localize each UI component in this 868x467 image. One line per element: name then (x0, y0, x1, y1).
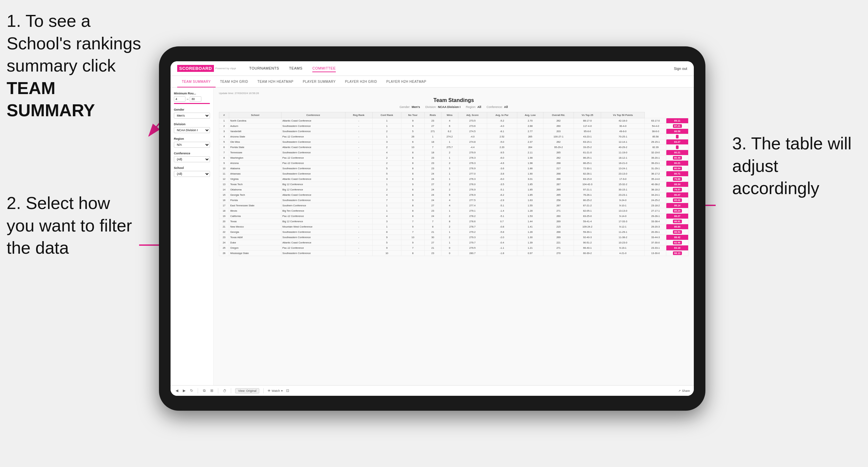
tab-player-summary[interactable]: PLAYER SUMMARY (298, 76, 340, 88)
table-row[interactable]: 22GeorgiaSoutheastern Conference-8721127… (219, 229, 688, 235)
filter-school-select[interactable]: (All) (174, 171, 210, 177)
logo-area: SCOREBOARD Powered by clippi (177, 65, 236, 72)
col-vs-top25: Vs Top 25 (574, 112, 601, 118)
col-conference: Conference (281, 112, 345, 118)
nav-item-teams[interactable]: TEAMS (289, 65, 302, 72)
bottom-toolbar: ◀ ▶ ↻ ⧉ ⊞ ⏱ View: Original 👁 Watch ▾ ⊡ ↗… (170, 385, 694, 396)
filter-rank-to[interactable] (190, 96, 202, 102)
table-row[interactable]: 21New MexicoMountain West Conference-198… (219, 224, 688, 229)
filter-group-gender: Gender Men's (174, 108, 210, 119)
table-row[interactable]: 6Florida StateAtlantic Coast Conference-… (219, 145, 688, 150)
tab-team-h2h-heatmap[interactable]: TEAM H2H HEATMAP (253, 76, 298, 88)
table-row[interactable]: 3VanderbiltSoutheastern Conference-25271… (219, 129, 688, 134)
filter-rank-control: – (174, 96, 210, 102)
toolbar-back-icon[interactable]: ◀ (175, 388, 179, 393)
filter-rank-slider[interactable] (174, 103, 210, 104)
tab-player-h2h-grid[interactable]: PLAYER H2H GRID (340, 76, 382, 88)
col-adj-score: Adj. Score (458, 112, 487, 118)
table-row[interactable]: 20TexasBig 12 Conference-3778278.60.71.4… (219, 219, 688, 224)
filter-rank-from[interactable] (174, 96, 185, 102)
filter-group-region: Region N/A (174, 137, 210, 148)
filter-group-division: Division NCAA Division I (174, 123, 210, 133)
col-avg-par: Avg. to Par (487, 112, 517, 118)
table-row[interactable]: 10AlabamaSoutheastern Conference-5823327… (219, 166, 688, 171)
instruction-step1-bold: TEAM SUMMARY (7, 79, 95, 120)
tab-team-summary[interactable]: TEAM SUMMARY (177, 76, 216, 88)
tablet-frame: SCOREBOARD Powered by clippi TOURNAMENTS… (159, 46, 705, 411)
table-row[interactable]: 25OregonPac-12 Conference-97210279.5-1.1… (219, 245, 688, 251)
table-row[interactable]: 17East Tennessee StateSouthern Conferenc… (219, 203, 688, 208)
toolbar-forward-icon[interactable]: ▶ (182, 388, 186, 393)
sign-out-link[interactable]: Sign out (674, 67, 687, 70)
table-row[interactable]: 14OklahomaBig 12 Conference-28242276.9-5… (219, 187, 688, 192)
app-nav: SCOREBOARD Powered by clippi TOURNAMENTS… (170, 61, 694, 76)
logo-text: SCOREBOARD (177, 65, 214, 72)
col-rank: # (219, 112, 229, 118)
toolbar-separator-4 (263, 388, 264, 394)
filter-region-select[interactable]: N/A (174, 142, 210, 148)
col-school: School (229, 112, 281, 118)
table-row[interactable]: 7TennesseeSoutheastern Conference-481822… (219, 150, 688, 155)
filter-gender-label: Gender (174, 108, 210, 111)
filter-group-school: School (All) (174, 166, 210, 177)
table-row[interactable]: 4Arizona StatePac-12 Conference-1261274.… (219, 134, 688, 139)
table-row[interactable]: 16FloridaSoutheastern Conference-7924427… (219, 198, 688, 203)
toolbar-refresh-icon[interactable]: ↻ (189, 388, 194, 393)
table-filter-region: Region: All (466, 105, 481, 108)
toolbar-grid-icon[interactable]: ⊞ (209, 388, 214, 393)
view-original-button[interactable]: View: Original (235, 388, 259, 394)
share-icon: ↗ (678, 389, 681, 393)
tab-player-h2h-heatmap[interactable]: PLAYER H2H HEATMAP (382, 76, 431, 88)
table-row[interactable]: 5Ole MissSoutheastern Conference-3618127… (219, 139, 688, 145)
col-avg-low: Avg. Low (517, 112, 543, 118)
nav-item-committee[interactable]: COMMITTEE (312, 65, 336, 72)
share-button[interactable]: ↗ Share (678, 389, 690, 393)
col-vs-top50: Vs Top 50 Points (601, 112, 645, 118)
table-row[interactable]: 2AuburnSoutheastern Conference-19276273.… (219, 124, 688, 129)
eye-icon: 👁 (268, 389, 271, 393)
filter-region-label: Region (174, 137, 210, 141)
table-row[interactable]: 24DukeAtlantic Coast Conference-59271279… (219, 240, 688, 245)
nav-items: TOURNAMENTS TEAMS COMMITTEE (249, 65, 674, 72)
table-filters-row: Gender: Men's Division: NCAA Division I … (219, 105, 688, 108)
table-row[interactable]: 26Mississippi StateSoutheastern Conferen… (219, 251, 688, 256)
watch-button[interactable]: 👁 Watch ▾ (268, 389, 282, 393)
filter-school-label: School (174, 166, 210, 169)
table-filter-division: Division: NCAA Division I (425, 105, 460, 108)
watch-dropdown-icon: ▾ (281, 389, 283, 393)
sidebar: Minimum Rou... – Gender Men's Divisio (170, 88, 214, 385)
col-no-tour: No Tour (401, 112, 424, 118)
table-row[interactable]: 13Texas TechBig 12 Conference-19272276.0… (219, 182, 688, 187)
table-row[interactable]: 15Georgia TechAtlantic Coast Conference-… (219, 192, 688, 198)
toolbar-separator-3 (231, 388, 231, 394)
table-row[interactable]: 1North CarolinaAtlantic Coast Conference… (219, 118, 688, 124)
standings-table: # School Conference Reg Rank Conf Rank N… (219, 112, 688, 256)
table-row[interactable]: 18IllinoisBig Ten Conference-18231279.1-… (219, 208, 688, 214)
table-row[interactable]: 12VirginiaAtlantic Coast Conference-3824… (219, 177, 688, 182)
table-row[interactable]: 8WashingtonPac-12 Conference-28231276.3-… (219, 155, 688, 161)
toolbar-separator-1 (198, 388, 198, 394)
table-filter-conference: Conference: All (487, 105, 508, 108)
filter-division-select[interactable]: NCAA Division I (174, 127, 210, 133)
toolbar-more-icon[interactable]: ⊡ (285, 388, 290, 393)
col-overall: Overall Rd. (543, 112, 574, 118)
instruction-step3: 3. The table will adjust accordingly (732, 132, 858, 200)
tab-team-h2h-grid[interactable]: TEAM H2H GRID (216, 76, 253, 88)
table-row[interactable]: 11ArkansasSoutheastern Conference-582412… (219, 171, 688, 177)
sub-nav: TEAM SUMMARY TEAM H2H GRID TEAM H2H HEAT… (170, 76, 694, 88)
col-conf-rank: Conf Rank (372, 112, 401, 118)
toolbar-copy-icon[interactable]: ⧉ (202, 388, 207, 393)
col-wins: Wins (441, 112, 458, 118)
update-time: Update time: 27/03/2024 16:56:26 (219, 92, 688, 95)
filter-rank-label: Minimum Rou... (174, 92, 210, 95)
filter-group-rank: Minimum Rou... – (174, 92, 210, 104)
filter-conference-select[interactable]: (All) (174, 156, 210, 162)
table-row[interactable]: 23Texas A&MSoutheastern Conference-91030… (219, 235, 688, 240)
toolbar-clock-icon[interactable]: ⏱ (222, 388, 227, 393)
table-row[interactable]: 9ArizonaPac-12 Conference-28232276.3-4.6… (219, 161, 688, 166)
filter-gender-select[interactable]: Men's (174, 113, 210, 119)
table-row[interactable]: 19CaliforniaPac-12 Conference-48242278.2… (219, 214, 688, 219)
table-title: Team Standings (219, 97, 688, 103)
nav-item-tournaments[interactable]: TOURNAMENTS (249, 65, 279, 72)
filter-group-conference: Conference (All) (174, 152, 210, 162)
